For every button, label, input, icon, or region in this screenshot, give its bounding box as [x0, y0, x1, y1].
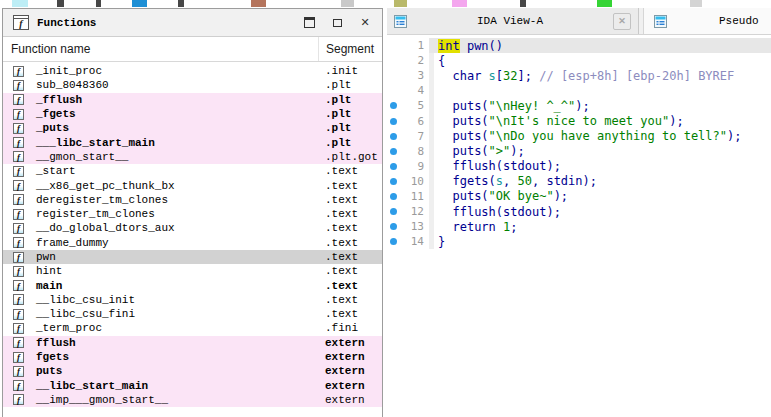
line-marker-dot[interactable] — [390, 193, 397, 200]
column-header-function-name[interactable]: Function name — [3, 42, 90, 56]
function-name: fgets — [36, 351, 69, 363]
close-button[interactable]: ✕ — [358, 16, 372, 29]
line-marker-dot[interactable] — [390, 148, 397, 155]
line-marker-dot[interactable] — [390, 163, 397, 170]
function-icon: f — [13, 280, 24, 291]
pseudocode-view[interactable]: 1int pwn()2{3 char s[32]; // [esp+8h] [e… — [387, 35, 771, 417]
code-line[interactable]: 7 puts("\nDo you have anything to tell?"… — [387, 129, 771, 144]
function-row[interactable]: f_init_proc.init — [3, 64, 382, 78]
function-icon: f — [13, 66, 24, 77]
function-row[interactable]: f___libc_start_main.plt — [3, 135, 382, 149]
code-line[interactable]: 1int pwn() — [387, 38, 771, 53]
maximize-button[interactable] — [302, 16, 316, 29]
code-line[interactable]: 3 char s[32]; // [esp+8h] [ebp-20h] BYRE… — [387, 68, 771, 83]
function-segment: .text — [325, 180, 358, 192]
tab-pseudocode[interactable]: Pseudo — [643, 8, 771, 34]
function-segment: .text — [325, 194, 358, 206]
code-line[interactable]: 11 puts("OK bye~"); — [387, 189, 771, 204]
function-row[interactable]: f__libc_start_mainextern — [3, 379, 382, 393]
line-marker-dot[interactable] — [390, 133, 397, 140]
view-window-icon — [394, 15, 407, 28]
function-row[interactable]: fframe_dummy.text — [3, 236, 382, 250]
function-row[interactable]: fmain.text — [3, 278, 382, 292]
line-marker-dot[interactable] — [390, 223, 397, 230]
code-line[interactable]: 10 fgets(s, 50, stdin); — [387, 174, 771, 189]
function-row[interactable]: f__libc_csu_fini.text — [3, 307, 382, 321]
code-text: { — [434, 54, 771, 68]
line-number: 7 — [400, 129, 429, 144]
function-row[interactable]: fsub_8048360.plt — [3, 78, 382, 92]
function-row[interactable]: ffflushextern — [3, 336, 382, 350]
function-name: __x86_get_pc_thunk_bx — [36, 180, 175, 192]
code-line[interactable]: 6 puts("\nIt's nice to meet you"); — [387, 113, 771, 128]
function-name: _fflush — [36, 94, 82, 106]
function-icon: f — [13, 366, 24, 377]
code-text: puts("\nHey! ^_^"); — [434, 99, 771, 113]
view-panel: IDA View-A ✕ Pseudo 1int pwn()2{3 char s… — [387, 8, 771, 417]
code-line[interactable]: 14} — [387, 234, 771, 249]
function-icon: f — [13, 266, 24, 277]
function-segment: .text — [325, 237, 358, 249]
line-number: 4 — [400, 83, 429, 98]
code-text: fflush(stdout); — [434, 205, 771, 219]
function-row[interactable]: f_start.text — [3, 164, 382, 178]
function-row[interactable]: f__x86_get_pc_thunk_bx.text — [3, 178, 382, 192]
column-header-segment[interactable]: Segment — [318, 37, 374, 61]
function-row[interactable]: fregister_tm_clones.text — [3, 207, 382, 221]
function-name: hint — [36, 265, 62, 277]
code-line[interactable]: 9 fflush(stdout); — [387, 159, 771, 174]
function-segment: .fini — [325, 322, 358, 334]
function-row[interactable]: fpwn.text — [3, 250, 382, 264]
function-row[interactable]: f_fflush.plt — [3, 93, 382, 107]
function-row[interactable]: fputsextern — [3, 364, 382, 378]
function-row[interactable]: f__imp___gmon_start__extern — [3, 393, 382, 407]
function-name: __libc_csu_init — [36, 294, 135, 306]
function-name: sub_8048360 — [36, 79, 109, 91]
functions-window: f Functions ✕ Function name Segment f_in… — [2, 8, 383, 417]
line-marker-dot[interactable] — [390, 178, 397, 185]
functions-column-header: Function name Segment — [3, 37, 382, 62]
function-row[interactable]: ffgetsextern — [3, 350, 382, 364]
line-number: 3 — [400, 68, 429, 83]
code-line[interactable]: 12 fflush(stdout); — [387, 204, 771, 219]
line-marker-dot[interactable] — [390, 118, 397, 125]
function-segment: extern — [325, 394, 365, 406]
function-icon: f — [13, 352, 24, 363]
code-line[interactable]: 8 puts(">"); — [387, 144, 771, 159]
function-segment: .text — [325, 265, 358, 277]
toolbar-icon-fragment — [341, 0, 354, 7]
function-row[interactable]: f__libc_csu_init.text — [3, 293, 382, 307]
gutter-cell — [387, 129, 400, 144]
code-line[interactable]: 2{ — [387, 53, 771, 68]
gutter-cell — [387, 159, 400, 174]
toolbar-icon-fragment — [690, 0, 702, 7]
tab-ida-view-a[interactable]: IDA View-A ✕ — [387, 8, 639, 34]
restore-button[interactable] — [330, 16, 344, 29]
toolbar-icon-fragment — [597, 0, 612, 7]
function-row[interactable]: fderegister_tm_clones.text — [3, 193, 382, 207]
code-line[interactable]: 13 return 1; — [387, 219, 771, 234]
function-icon: f — [13, 223, 24, 234]
code-line[interactable]: 5 puts("\nHey! ^_^"); — [387, 98, 771, 113]
function-row[interactable]: f_puts.plt — [3, 121, 382, 135]
function-row[interactable]: f__do_global_dtors_aux.text — [3, 221, 382, 235]
line-marker-dot[interactable] — [390, 102, 397, 109]
line-number: 2 — [400, 53, 429, 68]
code-text: puts("\nDo you have anything to tell?"); — [434, 129, 771, 143]
function-icon: f — [13, 80, 24, 91]
tab-close-icon[interactable]: ✕ — [613, 13, 631, 30]
function-icon: f — [13, 109, 24, 120]
function-icon: f — [13, 180, 24, 191]
function-row[interactable]: f_term_proc.fini — [3, 321, 382, 335]
line-marker-dot[interactable] — [390, 238, 397, 245]
function-name: __gmon_start__ — [36, 151, 128, 163]
line-marker-dot[interactable] — [390, 208, 397, 215]
function-icon: f — [13, 166, 24, 177]
function-row[interactable]: f_fgets.plt — [3, 107, 382, 121]
function-row[interactable]: f__gmon_start__.plt.got — [3, 150, 382, 164]
function-row[interactable]: fhint.text — [3, 264, 382, 278]
function-segment: .text — [325, 222, 358, 234]
code-line[interactable]: 4 — [387, 83, 771, 98]
view-tabbar: IDA View-A ✕ Pseudo — [387, 8, 771, 35]
gutter-cell — [387, 53, 400, 68]
